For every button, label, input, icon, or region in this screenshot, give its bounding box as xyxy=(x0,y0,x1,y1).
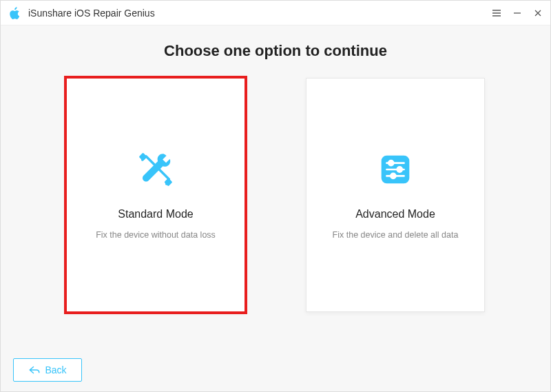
mode-cards: Standard Mode Fix the device without dat… xyxy=(1,78,550,312)
app-title: iSunshare iOS Repair Genius xyxy=(28,8,491,19)
svg-rect-0 xyxy=(138,152,147,161)
back-button[interactable]: Back xyxy=(13,358,82,382)
svg-point-8 xyxy=(391,174,395,178)
page-heading: Choose one option to continue xyxy=(1,42,550,60)
advanced-mode-card[interactable]: Advanced Mode Fix the device and delete … xyxy=(306,78,485,312)
tools-icon xyxy=(136,150,175,189)
sliders-icon xyxy=(376,150,415,189)
app-logo-icon xyxy=(8,6,23,21)
advanced-mode-desc: Fix the device and delete all data xyxy=(322,230,470,240)
svg-rect-1 xyxy=(164,178,172,186)
menu-icon[interactable] xyxy=(491,8,502,19)
window-controls xyxy=(491,8,543,19)
minimize-icon[interactable] xyxy=(512,8,523,19)
svg-point-4 xyxy=(388,161,393,165)
advanced-mode-title: Advanced Mode xyxy=(355,208,435,220)
content-area: Choose one option to continue xyxy=(1,25,550,391)
standard-mode-desc: Fix the device without data loss xyxy=(85,230,227,240)
standard-mode-card[interactable]: Standard Mode Fix the device without dat… xyxy=(66,78,245,312)
app-window: iSunshare iOS Repair Genius Choose one o… xyxy=(0,0,551,392)
back-arrow-icon xyxy=(28,365,41,375)
back-button-label: Back xyxy=(45,364,66,375)
titlebar: iSunshare iOS Repair Genius xyxy=(1,1,550,25)
close-icon[interactable] xyxy=(532,8,543,19)
standard-mode-title: Standard Mode xyxy=(118,208,193,220)
svg-point-6 xyxy=(397,167,402,172)
